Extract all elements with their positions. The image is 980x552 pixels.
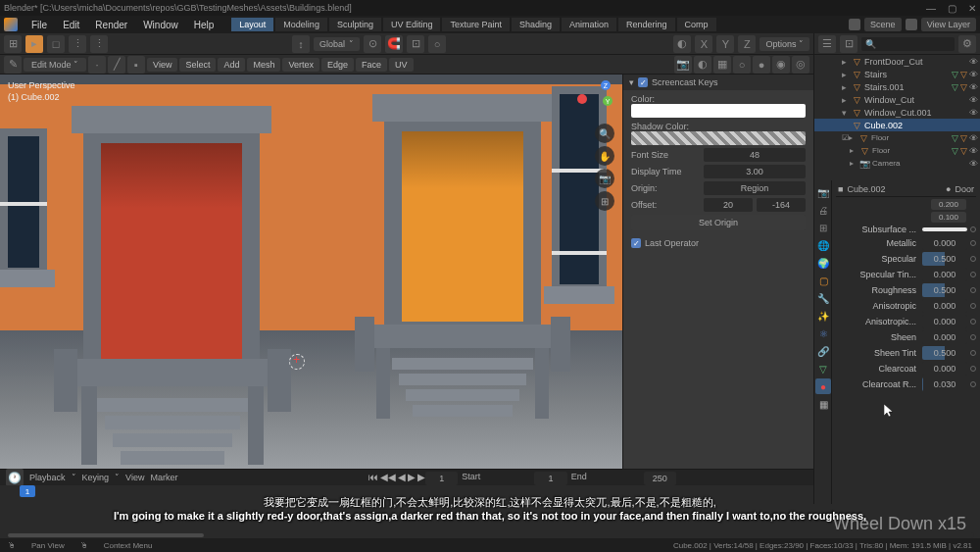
shading-rendered-icon[interactable]: ◎: [792, 56, 809, 74]
menu-view[interactable]: View: [147, 58, 177, 72]
tab-animation[interactable]: Animation: [562, 18, 616, 31]
outliner-item[interactable]: ▸📷Camera👁: [814, 157, 980, 170]
prop-value-field[interactable]: 0.000: [922, 315, 967, 328]
options-dropdown[interactable]: Options ˅: [760, 37, 809, 51]
transform-orientation-icon[interactable]: ↕: [292, 35, 310, 53]
close-button[interactable]: ✕: [968, 3, 976, 14]
xray-icon[interactable]: ▦: [713, 56, 731, 74]
filter-icon[interactable]: ⚙: [958, 35, 976, 53]
n-panel-header[interactable]: ▾ ✓ Screencast Keys: [623, 75, 813, 90]
scrollbar-thumb[interactable]: [8, 533, 204, 537]
tab-shading[interactable]: Shading: [512, 18, 560, 31]
viewport-3d[interactable]: User Perspective (1) Cube.002 Z Y 🔍 ✋ 📷 …: [0, 75, 813, 469]
enable-checkbox[interactable]: ✓: [638, 77, 648, 87]
keyframe-dot-icon[interactable]: [970, 319, 976, 325]
timeline-view[interactable]: View: [125, 473, 144, 482]
menu-render[interactable]: Render: [89, 18, 133, 32]
select-tool-icon[interactable]: □: [47, 35, 65, 53]
prop-tab-render-icon[interactable]: 📷: [815, 184, 831, 200]
prev-key-icon[interactable]: ◀◀: [380, 472, 396, 482]
display-time-field[interactable]: 3.00: [704, 165, 806, 178]
prop-tab-object-icon[interactable]: ▢: [815, 273, 831, 288]
keyframe-dot-icon[interactable]: [970, 226, 976, 232]
prop-tab-texture-icon[interactable]: ▦: [815, 396, 831, 412]
perspective-icon[interactable]: ⊞: [595, 191, 614, 211]
prop-tab-material-icon[interactable]: ●: [815, 378, 831, 394]
timeline-editor-icon[interactable]: 🕐: [6, 469, 24, 486]
gizmo-icon[interactable]: Y: [716, 35, 734, 53]
playhead-marker[interactable]: 1: [20, 485, 35, 497]
prop-value-field[interactable]: 0.000: [922, 299, 967, 313]
start-frame-field[interactable]: 1: [534, 472, 566, 485]
font-size-field[interactable]: 48: [704, 148, 806, 162]
outliner-item[interactable]: ▸▽FrontDoor_Cut👁: [814, 55, 980, 68]
tab-compositing[interactable]: Comp: [677, 18, 716, 31]
timeline-editor[interactable]: 🕐 Playback ˅ Keying ˅ View Marker ⏮ ◀◀ ◀…: [0, 469, 813, 504]
outliner-item[interactable]: ▾▽Window_Cut.001👁: [814, 106, 980, 119]
prop-value-field[interactable]: 0.000: [922, 362, 967, 376]
keyframe-dot-icon[interactable]: [970, 381, 976, 387]
prop-tab-viewlayer-icon[interactable]: ⊞: [815, 220, 831, 235]
tab-uv[interactable]: UV Editing: [383, 18, 441, 31]
outliner-item-selected[interactable]: ▽Cube.002: [814, 119, 980, 131]
tab-modeling[interactable]: Modeling: [275, 18, 327, 31]
snap-magnet-icon[interactable]: 🧲: [385, 35, 403, 53]
timeline-marker[interactable]: Marker: [150, 473, 177, 482]
scene-select[interactable]: Scene: [864, 18, 902, 31]
outliner-search-input[interactable]: 🔍: [861, 37, 955, 51]
jump-start-icon[interactable]: ⏮: [368, 472, 378, 482]
outliner-tree[interactable]: ▸▽FrontDoor_Cut👁 ▸▽Stairs▽▽👁 ▸▽Stairs.00…: [814, 55, 980, 180]
menu-edge[interactable]: Edge: [321, 58, 354, 72]
keyframe-dot-icon[interactable]: [970, 272, 976, 277]
prop-value-field[interactable]: 0.500: [922, 283, 967, 297]
offset-x-field[interactable]: 20: [704, 198, 753, 212]
prop-value-field[interactable]: 0.500: [922, 252, 967, 266]
origin-select[interactable]: Region: [704, 181, 806, 195]
display-mode-icon[interactable]: ⊡: [840, 35, 858, 53]
shading-matcap-icon[interactable]: ◉: [772, 56, 790, 74]
menu-edit[interactable]: Edit: [57, 18, 85, 32]
orientation-select[interactable]: Global ˅: [314, 37, 360, 51]
outliner-item[interactable]: ▸▽Window_Cut👁: [814, 93, 980, 106]
prop-tab-physics-icon[interactable]: ⚛: [815, 326, 831, 341]
tool-icon[interactable]: ⋮: [90, 35, 108, 53]
select-vertex-icon[interactable]: ·: [88, 56, 106, 74]
color-swatch[interactable]: [631, 104, 806, 118]
prop-value-field[interactable]: 0.000: [922, 268, 967, 281]
gizmo-icon[interactable]: Z: [738, 35, 756, 53]
play-icon[interactable]: ▶: [408, 472, 416, 482]
prop-val-top1[interactable]: 0.200: [931, 199, 966, 210]
mode-icon[interactable]: ✎: [4, 56, 22, 74]
menu-help[interactable]: Help: [188, 18, 220, 32]
tab-sculpting[interactable]: Sculpting: [329, 18, 381, 31]
prop-value-field[interactable]: 0.500: [922, 346, 967, 360]
outliner-item[interactable]: ▸▽Stairs.001▽▽👁: [814, 80, 980, 93]
play-reverse-icon[interactable]: ◀: [398, 472, 406, 482]
shadow-swatch[interactable]: [631, 131, 806, 145]
minimize-button[interactable]: —: [926, 3, 936, 14]
menu-uv[interactable]: UV: [389, 58, 414, 72]
keyframe-dot-icon[interactable]: [970, 366, 976, 372]
prop-value-field[interactable]: [922, 227, 967, 231]
keyframe-dot-icon[interactable]: [970, 334, 976, 340]
tab-rendering[interactable]: Rendering: [618, 18, 675, 31]
outliner-item[interactable]: ▸▽Stairs▽▽👁: [814, 68, 980, 80]
prop-edit-icon[interactable]: ○: [428, 35, 446, 53]
select-face-icon[interactable]: ▪: [127, 56, 145, 74]
offset-y-field[interactable]: -164: [757, 198, 806, 212]
snap-target-icon[interactable]: ⊡: [407, 35, 424, 53]
timeline-ruler[interactable]: 1: [0, 485, 813, 505]
overlay-toggle-icon[interactable]: ◐: [673, 35, 691, 53]
timeline-playback[interactable]: Playback: [29, 473, 66, 482]
prop-tab-particle-icon[interactable]: ✨: [815, 308, 831, 324]
move-view-icon[interactable]: ✋: [595, 146, 614, 166]
menu-file[interactable]: File: [25, 18, 53, 32]
cursor-tool-icon[interactable]: ▸: [25, 35, 43, 53]
tab-texture[interactable]: Texture Paint: [442, 18, 510, 31]
select-edge-icon[interactable]: ╱: [108, 56, 125, 74]
shading-wire-icon[interactable]: ○: [733, 56, 751, 74]
prop-val-top2[interactable]: 0.100: [931, 212, 966, 223]
timeline-keying[interactable]: Keying: [82, 473, 110, 482]
outliner-item[interactable]: ▸▽Floor▽▽👁: [814, 144, 980, 157]
current-frame-field[interactable]: 1: [425, 472, 458, 485]
